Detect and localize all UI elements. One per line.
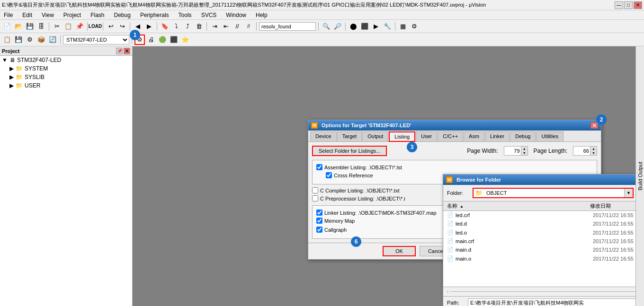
- options-ok-button[interactable]: OK: [383, 246, 416, 256]
- comment-button[interactable]: //: [232, 21, 242, 32]
- redo-button[interactable]: ↪: [117, 21, 127, 32]
- tree-item-system[interactable]: ▶ 📁 SYSTEM: [0, 64, 132, 73]
- tab-device[interactable]: Device: [310, 131, 337, 141]
- page-length-spinbox[interactable]: ▲ ▼: [573, 146, 597, 156]
- cross-ref-checkbox[interactable]: [326, 172, 332, 178]
- uncomment-button[interactable]: //: [243, 21, 254, 32]
- folder-dropdown-button[interactable]: ▼: [624, 189, 633, 197]
- new-file-button[interactable]: 📄: [2, 21, 12, 32]
- page-width-down[interactable]: ▼: [521, 151, 528, 155]
- maximize-button[interactable]: □: [624, 1, 633, 9]
- square-button[interactable]: ⬛: [359, 21, 370, 32]
- menu-debug[interactable]: Debug: [112, 12, 133, 18]
- options-dialog-icon: W: [311, 122, 318, 129]
- menu-edit[interactable]: Edit: [20, 12, 34, 18]
- callgraph-checkbox[interactable]: [316, 227, 322, 233]
- page-length-input[interactable]: [573, 147, 590, 155]
- menu-tools[interactable]: Tools: [177, 12, 194, 18]
- menu-svcs[interactable]: SVCS: [199, 12, 219, 18]
- select-folder-button[interactable]: Select Folder for Listings...: [312, 146, 387, 156]
- run-to-button[interactable]: ▶: [371, 21, 381, 32]
- project-panel-title: Project: [2, 48, 19, 54]
- tab-debug[interactable]: Debug: [510, 131, 536, 141]
- tab-listing[interactable]: Listing: [389, 131, 415, 142]
- tab-cpp[interactable]: C/C++: [438, 131, 463, 141]
- folder-input[interactable]: [484, 189, 624, 197]
- config-button[interactable]: 🔧: [382, 21, 393, 32]
- bookmark-button[interactable]: 🔖: [160, 21, 170, 32]
- minimize-button[interactable]: —: [615, 1, 623, 9]
- target-selector[interactable]: STM32F407-LED: [63, 35, 129, 44]
- search-input[interactable]: resolv_found: [259, 22, 316, 31]
- tb2-btn2[interactable]: 💾: [13, 35, 24, 45]
- file-row-led-o[interactable]: 📄 led.o 2017/11/22 16:55 O 文: [447, 228, 644, 237]
- tree-item-root[interactable]: ▼ 🖥 STM32F407-LED: [0, 56, 132, 64]
- tab-output[interactable]: Output: [362, 131, 388, 141]
- tree-item-syslib[interactable]: ▶ 📁 SYSLIB: [0, 73, 132, 81]
- menu-project[interactable]: Project: [62, 12, 83, 18]
- assembler-listing-checkbox[interactable]: [316, 164, 322, 170]
- menu-view[interactable]: View: [40, 12, 56, 18]
- load-button[interactable]: LOAD: [90, 21, 100, 32]
- copy-button[interactable]: 📋: [63, 21, 73, 32]
- c-compiler-checkbox[interactable]: [312, 187, 318, 193]
- page-length-label: Page Length:: [534, 148, 567, 154]
- tree-item-user[interactable]: ▶ 📁 USER: [0, 81, 132, 90]
- search-button[interactable]: 🔍: [321, 21, 331, 32]
- page-length-down[interactable]: ▼: [590, 151, 597, 155]
- file-row-main-d[interactable]: 📄 main.d 2017/11/22 16:55 D 文: [447, 245, 644, 254]
- open-button[interactable]: 📂: [13, 21, 24, 32]
- outdent-button[interactable]: ⇤: [221, 21, 231, 32]
- clear-bookmark-button[interactable]: 🗑: [194, 21, 204, 32]
- save-all-button[interactable]: 🗄: [36, 21, 46, 32]
- find-all-button[interactable]: 🔎: [332, 21, 343, 32]
- cut-button[interactable]: ✂: [52, 21, 62, 32]
- path-input[interactable]: E:\教学&项目开发\开发项目\飞航科技M4物联网实: [468, 298, 644, 306]
- sep6: [206, 22, 207, 31]
- indent-button[interactable]: ⇥: [209, 21, 220, 32]
- next-bookmark-button[interactable]: ⤵: [171, 21, 181, 32]
- memory-map-checkbox[interactable]: [316, 218, 322, 224]
- nav-fwd-button[interactable]: ▶: [144, 21, 154, 32]
- menu-flash[interactable]: Flash: [89, 12, 106, 18]
- tb2-btn9[interactable]: ⬛: [169, 35, 179, 45]
- panel-pin-button[interactable]: 📌: [116, 48, 123, 54]
- file-row-led-crf[interactable]: 📄 led.crf 2017/11/22 16:55 CRF: [447, 211, 644, 219]
- page-width-up[interactable]: ▲: [521, 147, 528, 151]
- tab-user[interactable]: User: [416, 131, 437, 141]
- tb2-btn7[interactable]: 🖨: [146, 35, 156, 45]
- page-length-up[interactable]: ▲: [590, 147, 597, 151]
- paste-button[interactable]: 📌: [74, 21, 85, 32]
- circle-button[interactable]: ⬤: [348, 21, 358, 32]
- page-width-spinbox[interactable]: ▲ ▼: [504, 146, 528, 156]
- close-button[interactable]: ✕: [634, 1, 642, 9]
- linker-listing-checkbox[interactable]: [316, 210, 322, 216]
- prev-bookmark-button[interactable]: ⤴: [182, 21, 193, 32]
- file-row-main-o[interactable]: 📄 main.o 2017/11/22 16:55 O 文: [447, 254, 644, 263]
- tab-target[interactable]: Target: [337, 131, 362, 141]
- tab-asm[interactable]: Asm: [464, 131, 484, 141]
- menu-file[interactable]: File: [2, 12, 15, 18]
- tree-icon-system: 📁: [16, 65, 23, 72]
- tb2-btn8[interactable]: 🟢: [157, 35, 168, 45]
- tb2-btn3[interactable]: ⚙: [25, 35, 35, 45]
- tab-linker[interactable]: Linker: [485, 131, 510, 141]
- tb2-btn1[interactable]: 📋: [2, 35, 12, 45]
- panel-close-button[interactable]: ✕: [124, 48, 130, 54]
- page-width-input[interactable]: [504, 147, 521, 155]
- tb2-btn10[interactable]: ⭐: [180, 35, 190, 45]
- tb2-btn4[interactable]: 📦: [36, 35, 46, 45]
- menu-window[interactable]: Window: [224, 12, 248, 18]
- save-button[interactable]: 💾: [25, 21, 35, 32]
- c-preprocessor-checkbox[interactable]: [312, 195, 318, 201]
- settings-button[interactable]: ⚙: [409, 21, 420, 32]
- view-btn[interactable]: ▦: [398, 21, 408, 32]
- menu-help[interactable]: Help: [254, 12, 269, 18]
- tb2-btn5[interactable]: 🔄: [47, 35, 58, 45]
- undo-button[interactable]: ↩: [106, 21, 116, 32]
- menu-peripherals[interactable]: Peripherals: [138, 12, 171, 18]
- browse-dialog: 4 W Browse for Folder ✕ Folder: 📁 ▼ ←: [443, 174, 644, 306]
- tab-utilities[interactable]: Utilities: [536, 131, 563, 141]
- file-row-led-d[interactable]: 📄 led.d 2017/11/22 16:55 D 文: [447, 219, 644, 228]
- file-row-main-crf[interactable]: 📄 main.crf 2017/11/22 16:55 CRF: [447, 237, 644, 245]
